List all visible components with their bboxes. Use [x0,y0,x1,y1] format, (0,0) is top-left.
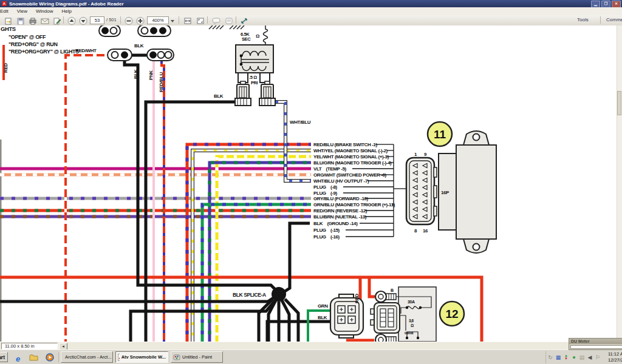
scrollbar-thumb[interactable] [617,91,621,115]
tray-antivirus-icon[interactable]: ● [570,354,578,360]
pin-label: WHT/YEL (MAGNETO SIGNAL (-)-2) [313,148,388,153]
pin-label: PLUG (-9) [313,190,337,196]
resistor-symbol [264,25,268,45]
pin-label: YEL/WHT (MAGNETO SIGNAL (+)-3) [313,154,389,160]
comment-panel-button[interactable]: Comments [606,17,622,22]
coil-pri-label: PRI [251,80,258,86]
quicklaunch-media-player[interactable] [45,353,54,362]
taskbar-button-label: Untitled - Paint [182,354,212,360]
wiring-diagram: RED/BLU (BRAKE SWITCH -1) WHT/YEL (MAGNE… [0,25,622,342]
pin-1-label: 1 [414,152,417,157]
tools-button[interactable]: Tools [577,17,589,22]
screen: { "window": { "title": "Snowmobile Wirin… [0,0,622,364]
fit-width-icon [183,17,192,25]
lights-label: GHTS [1,25,16,32]
tray-network-icon[interactable]: ▦ [555,354,562,360]
pin-label: GRY/BLU (FORWARD -10) [313,196,369,201]
relay-block: 30A 3,6 Ω 08R08 [396,287,436,342]
menu-edit[interactable]: Edit [0,8,13,15]
pin-label: GRN/BLU (MAGNETO TRIGGER (+)-11) [313,202,395,207]
quicklaunch-folder[interactable] [29,353,38,362]
pin-label: PLUG (-15) [313,228,340,233]
zoom-in-button[interactable] [134,16,146,26]
callout-12: 12 [445,308,458,320]
email-icon [41,17,49,25]
fullscreen-button[interactable] [194,16,207,26]
share-button[interactable] [51,16,63,26]
save-button[interactable] [15,16,27,26]
ecu-module: 16P [439,131,496,253]
ohm-symbol: Ω [256,33,260,39]
zoom-out-button[interactable] [123,16,135,26]
taskbar-button-arcticchat[interactable]: ArcticChat.com - Arct... [61,351,113,363]
part-number: 08R08 [405,331,414,335]
menu-window[interactable]: Window [32,8,57,15]
pin-label: VLT (TEMP -5) [313,166,346,172]
open-file-button[interactable] [2,16,15,26]
pin-label: BLU/BRN (NUETRAL -13) [313,214,367,220]
page-up-icon [67,17,76,25]
pin-label: RED/GRN (REVERSE -12) [313,208,367,214]
title-bar: A Snowmobile Wiring Diagrams.pdf - Adobe… [0,0,622,7]
taskbar-button-atv-snowmobile[interactable]: Atv Snowmobile W... [115,351,168,363]
red-blu-vert-label: RED/BLU [159,72,164,92]
menu-help[interactable]: Help [57,8,75,15]
previous-page-button[interactable] [66,16,78,26]
internet-explorer-icon: e [16,354,20,363]
comment-bubble-button[interactable] [210,16,222,26]
resistor-ohm: Ω [411,323,414,328]
note-line-1: "OPEN" @ OFF [9,34,46,40]
note-icon [225,17,233,25]
aux-connector-6pin [371,303,400,333]
fit-width-button[interactable] [182,16,194,26]
red-edge-label: RED [3,63,9,73]
note-line-2: "RED+ORG" @ RUN [9,41,58,47]
page-down-icon [79,17,87,25]
pdf-page: RED/BLU (BRAKE SWITCH -1) WHT/YEL (MAGNE… [0,25,622,342]
connector-16p: 1 9 8 16 [406,152,437,234]
zoom-level-input[interactable]: 400% [147,16,169,24]
next-page-button[interactable] [77,16,89,26]
toolbar: 53 / 501 400% Tools Comments [0,15,622,26]
tray-du-meter-icon[interactable]: ▲▼ [562,354,570,360]
tray-app-icon[interactable]: ▤ [578,354,586,360]
chevron-down-icon [170,19,175,24]
taskbar-button-paint[interactable]: Untitled - Paint [171,351,223,363]
pin-label: PLUG (-8) [313,184,337,190]
page-number-input[interactable]: 53 [90,16,104,24]
coil-pri-value: .5 Ω [249,75,257,80]
email-button[interactable] [39,16,51,26]
ignition-coil: .5 Ω PRI [236,45,273,86]
pin-label: ORG/WHT (SWITCHED POWER -6) [313,172,387,178]
taskbar-button-label: Atv Snowmobile W... [121,354,166,360]
start-button[interactable]: Start [0,352,8,362]
ground-symbols [209,25,244,29]
quicklaunch-ie[interactable]: e [13,353,22,362]
tray-language-icon[interactable]: ⚐ [594,354,601,360]
blk-top-label: BLK [134,43,144,49]
menu-view[interactable]: View [13,8,32,15]
pin-label: BLU/GRN (MAGNETO TRIGGER (-)-4) [313,160,392,166]
tray-update-icon[interactable]: ↻ [547,354,554,360]
pin-label: BLK (GROUND -14) [313,221,358,226]
taskbar-clock[interactable]: 11:12 A 12/27/2 [608,351,622,363]
blk-plug-label: BLK [214,93,224,99]
doc-size-field: 11.00 x 8.50 in [1,343,58,349]
vertical-scrollbar[interactable] [617,25,622,342]
taskbar: Start e ArcticChat.com - Arct... Atv Sno… [0,349,622,364]
expand-toolbar-button[interactable] [238,16,250,26]
save-icon [16,17,25,25]
tray-volume-icon[interactable]: ◀ [586,354,593,360]
module-16p-label: 16P [441,190,449,195]
open-file-icon [4,17,13,25]
print-button[interactable] [27,16,39,26]
du-meter-window[interactable]: DU Meter [569,338,622,350]
blk-bottom-label: BLK [318,315,327,320]
status-bar: 11.00 x 8.50 in ◄ [0,342,622,350]
sticky-note-button[interactable] [223,16,235,26]
diagonal-arrows-icon [240,17,248,25]
clock-time: 11:12 A [608,351,622,357]
share-icon [53,17,61,25]
callout-11: 11 [434,128,446,141]
zoom-dropdown-button[interactable] [168,16,177,26]
